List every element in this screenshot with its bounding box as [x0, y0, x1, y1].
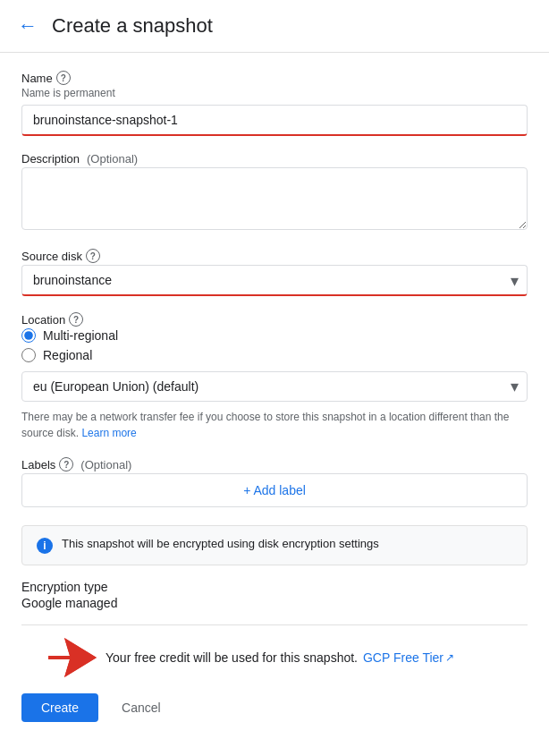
red-arrow-icon: [48, 638, 97, 677]
source-disk-label-text: Source disk: [21, 250, 82, 263]
encryption-type-label: Encryption type: [21, 580, 528, 594]
name-label: Name ?: [21, 71, 528, 85]
location-help-icon[interactable]: ?: [69, 312, 83, 327]
radio-multi-regional[interactable]: [21, 328, 36, 343]
description-input[interactable]: [21, 167, 528, 230]
svg-marker-1: [48, 638, 97, 677]
description-label: Description (Optional): [21, 152, 528, 166]
encryption-type-value: Google managed: [21, 596, 528, 610]
info-circle-icon: i: [37, 538, 53, 554]
location-radio-regional[interactable]: Regional: [21, 348, 528, 362]
location-info-text: There may be a network transfer fee if y…: [21, 409, 528, 441]
labels-optional: (Optional): [80, 458, 131, 471]
source-disk-select-wrapper: brunoinstance ▾: [21, 265, 528, 296]
back-button[interactable]: ←: [14, 11, 41, 41]
free-tier-prefix: Your free: [106, 650, 156, 665]
create-button[interactable]: Create: [21, 693, 98, 722]
labels-label: Labels ? (Optional): [21, 457, 528, 471]
source-disk-field-group: Source disk ? brunoinstance ▾: [21, 249, 528, 296]
location-dropdown-wrapper: eu (European Union) (default) us (United…: [21, 371, 528, 402]
gcp-free-tier-label: GCP Free Tier: [363, 650, 443, 665]
labels-help-icon[interactable]: ?: [59, 457, 73, 471]
learn-more-link[interactable]: Learn more: [81, 427, 136, 439]
add-label-button[interactable]: + Add label: [21, 473, 528, 507]
name-label-text: Name: [21, 72, 53, 85]
source-disk-select[interactable]: brunoinstance: [21, 265, 528, 296]
free-tier-text: Your free credit will be used for this s…: [106, 650, 358, 665]
location-field-group: Location ? Multi-regional Regional eu (E…: [21, 312, 528, 441]
source-disk-label: Source disk ?: [21, 249, 528, 263]
encryption-notice: i This snapshot will be encrypted using …: [21, 525, 528, 565]
description-label-text: Description: [21, 152, 80, 166]
location-radio-group: Multi-regional Regional: [21, 328, 528, 362]
bottom-section: Your free credit will be used for this s…: [21, 624, 528, 722]
encryption-notice-text: This snapshot will be encrypted using di…: [62, 537, 379, 550]
source-disk-help-icon[interactable]: ?: [86, 249, 100, 263]
page-header: ← Create a snapshot: [0, 0, 549, 53]
form-content: Name ? Name is permanent Description (Op…: [0, 53, 549, 743]
labels-field-group: Labels ? (Optional) + Add label: [21, 457, 528, 507]
radio-multi-regional-label: Multi-regional: [43, 328, 118, 343]
name-sublabel: Name is permanent: [21, 87, 528, 99]
free-tier-suffix: credit will be used for this snapshot.: [159, 650, 358, 665]
radio-regional[interactable]: [21, 348, 36, 362]
action-buttons: Create Cancel: [21, 693, 528, 722]
page-title: Create a snapshot: [52, 14, 213, 38]
name-help-icon[interactable]: ?: [56, 71, 71, 85]
free-tier-row: Your free credit will be used for this s…: [21, 638, 528, 677]
description-optional: (Optional): [87, 152, 138, 166]
labels-label-text: Labels: [21, 458, 55, 471]
external-link-icon: ↗: [445, 651, 454, 664]
radio-regional-label: Regional: [43, 348, 92, 362]
location-label: Location ?: [21, 312, 528, 327]
description-field-group: Description (Optional): [21, 152, 528, 233]
location-label-text: Location: [21, 313, 65, 327]
name-field-group: Name ? Name is permanent: [21, 71, 528, 136]
gcp-free-tier-link[interactable]: GCP Free Tier ↗: [363, 650, 454, 665]
name-input[interactable]: [21, 105, 528, 136]
location-select[interactable]: eu (European Union) (default) us (United…: [21, 371, 528, 402]
encryption-type-section: Encryption type Google managed: [21, 580, 528, 610]
location-radio-multi-regional[interactable]: Multi-regional: [21, 328, 528, 343]
cancel-button[interactable]: Cancel: [113, 693, 170, 722]
